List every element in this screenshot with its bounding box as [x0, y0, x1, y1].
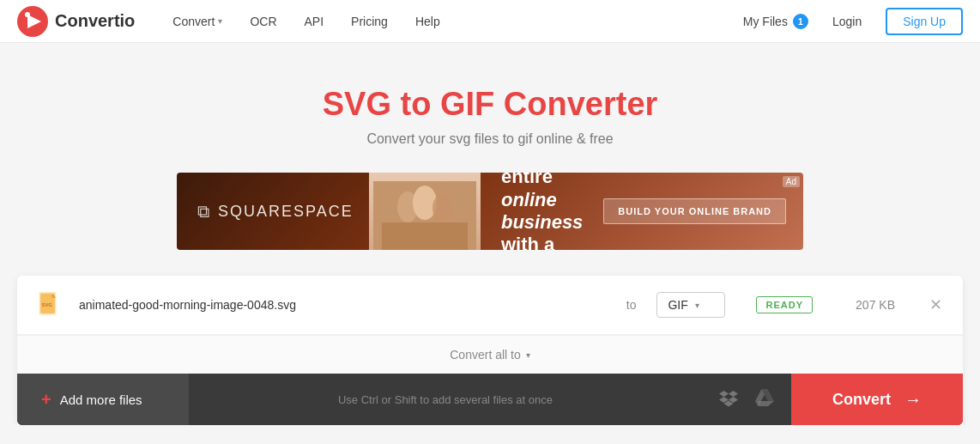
- convert-button[interactable]: Convert →: [791, 374, 963, 425]
- format-value: GIF: [668, 298, 687, 312]
- squarespace-icon: ⧉: [197, 202, 209, 222]
- nav-item-convert[interactable]: Convert ▾: [160, 8, 234, 35]
- ad-image: [369, 173, 481, 250]
- nav-item-help[interactable]: Help: [403, 8, 452, 35]
- logo[interactable]: Convertio: [17, 6, 135, 37]
- bottom-action-bar: + Add more files Use Ctrl or Shift to ad…: [17, 374, 963, 425]
- nav-item-pricing[interactable]: Pricing: [339, 8, 400, 35]
- file-name: animated-good-morning-image-0048.svg: [79, 298, 606, 312]
- arrow-right-icon: →: [904, 390, 922, 410]
- my-files-badge: 1: [793, 14, 808, 29]
- chevron-down-icon: ▾: [526, 350, 530, 360]
- chevron-down-icon: ▾: [695, 301, 699, 310]
- svg-point-2: [25, 12, 30, 17]
- chevron-down-icon: ▾: [218, 16, 222, 26]
- ad-cta-button[interactable]: BUILD YOUR ONLINE BRAND: [603, 198, 786, 224]
- google-drive-icon[interactable]: [755, 388, 774, 411]
- logo-icon: [17, 6, 48, 37]
- file-row: SVG animated-good-morning-image-0048.svg…: [17, 276, 963, 335]
- svg-rect-7: [382, 222, 468, 250]
- ad-illustration: [373, 181, 476, 250]
- convert-all-bar: Convert all to ▾: [17, 335, 963, 374]
- convert-all-button[interactable]: Convert all to ▾: [450, 348, 529, 362]
- header: Convertio Convert ▾ OCR API Pricing Help…: [0, 0, 980, 43]
- my-files-button[interactable]: My Files 1: [743, 14, 808, 29]
- main-nav: Convert ▾ OCR API Pricing Help: [160, 8, 742, 35]
- ad-badge: Ad: [783, 176, 800, 187]
- nav-item-ocr[interactable]: OCR: [238, 8, 288, 35]
- format-select[interactable]: GIF ▾: [656, 292, 725, 318]
- svg-file-icon: SVG: [37, 292, 63, 318]
- signup-button[interactable]: Sign Up: [886, 8, 963, 35]
- page-subtitle: Convert your svg files to gif online & f…: [17, 131, 963, 147]
- ad-brand: ⧉ SQUARESPACE: [177, 202, 369, 222]
- plus-icon: +: [41, 390, 51, 410]
- login-button[interactable]: Login: [822, 9, 872, 33]
- drag-hint: Use Ctrl or Shift to add several files a…: [189, 393, 702, 406]
- ad-text: Brand your entire online business with a…: [481, 173, 603, 250]
- svg-text:SVG: SVG: [42, 302, 53, 307]
- main-content: SVG to GIF Converter Convert your svg fi…: [0, 43, 980, 425]
- svg-point-5: [413, 186, 437, 220]
- ad-image-placeholder: [369, 173, 481, 250]
- remove-file-button[interactable]: ✕: [926, 294, 946, 316]
- ad-brand-name: SQUARESPACE: [218, 203, 354, 221]
- svg-point-6: [433, 194, 451, 223]
- to-label: to: [626, 298, 637, 312]
- add-files-button[interactable]: + Add more files: [17, 374, 189, 425]
- status-badge: READY: [756, 296, 813, 313]
- cloud-storage-icons: [702, 388, 791, 411]
- page-title: SVG to GIF Converter: [17, 86, 963, 123]
- dropbox-icon[interactable]: [719, 388, 738, 411]
- logo-text: Convertio: [55, 11, 135, 31]
- hero-section: SVG to GIF Converter Convert your svg fi…: [0, 43, 980, 173]
- header-right: My Files 1 Login Sign Up: [743, 8, 963, 35]
- file-size: 207 KB: [844, 298, 895, 312]
- nav-item-api[interactable]: API: [293, 8, 336, 35]
- ad-banner: ⧉ SQUARESPACE Brand your entire online b…: [177, 173, 803, 250]
- converter-panel: SVG animated-good-morning-image-0048.svg…: [17, 276, 963, 425]
- file-icon: SVG: [34, 289, 65, 320]
